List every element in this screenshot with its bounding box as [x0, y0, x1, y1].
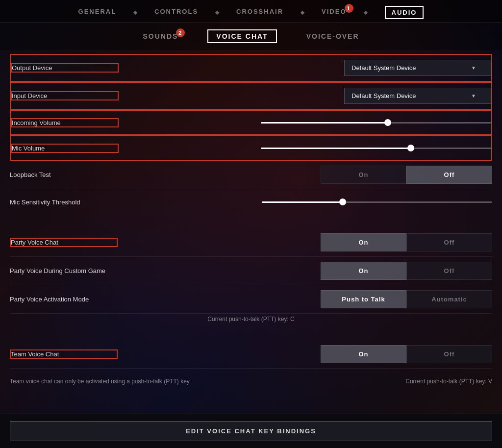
sounds-badge: 2 — [176, 28, 185, 37]
party-custom-on-btn[interactable]: On — [321, 262, 406, 280]
loopback-off-btn[interactable]: Off — [406, 166, 492, 184]
edit-bindings-button[interactable]: EDIT VOICE CHAT KEY BINDINGS — [10, 421, 492, 441]
party-voice-on-btn[interactable]: On — [321, 233, 406, 251]
loopback-test-label: Loopback Test — [10, 171, 118, 178]
subnav-voice-over[interactable]: VOICE-OVER — [306, 32, 359, 40]
nav-general[interactable]: GENERAL — [78, 8, 117, 17]
nav-dot-1 — [133, 10, 137, 14]
party-voice-chat-control: On Off — [118, 233, 492, 251]
party-custom-game-control: On Off — [118, 262, 492, 280]
subnav-sounds[interactable]: SOUNDS 2 — [143, 32, 178, 40]
mic-volume-thumb — [407, 145, 414, 151]
party-voice-chat-toggle: On Off — [321, 233, 492, 251]
team-ptt-note: Current push-to-talk (PTT) key: V — [405, 378, 492, 385]
party-automatic-btn[interactable]: Automatic — [406, 290, 492, 308]
team-voice-chat-label: Team Voice Chat — [10, 349, 118, 359]
party-voice-chat-label: Party Voice Chat — [10, 238, 118, 247]
party-push-to-talk-btn[interactable]: Push to Talk — [321, 290, 406, 308]
team-voice-on-btn[interactable]: On — [321, 345, 406, 363]
top-nav: GENERAL CONTROLS CROSSHAIR VIDEO 1 AUDIO — [0, 0, 502, 23]
mic-sensitivity-track — [262, 201, 492, 203]
mic-sensitivity-label: Mic Sensitivity Threshold — [10, 199, 118, 206]
main-content: Output Device Default System Device ▼ In… — [0, 50, 502, 414]
mic-volume-label: Mic Volume — [11, 144, 119, 153]
incoming-volume-thumb — [384, 119, 391, 126]
nav-video[interactable]: VIDEO 1 — [322, 8, 346, 17]
bottom-bar: EDIT VOICE CHAT KEY BINDINGS — [0, 414, 502, 448]
mic-volume-slider[interactable] — [261, 148, 491, 149]
team-section: Team Voice Chat On Off Team voice chat c… — [10, 340, 492, 394]
party-custom-game-label: Party Voice During Custom Game — [10, 267, 118, 274]
party-activation-control: Push to Talk Automatic — [118, 290, 492, 308]
output-device-arrow: ▼ — [471, 65, 476, 71]
output-device-dropdown[interactable]: Default System Device ▼ — [344, 60, 491, 76]
mic-sensitivity-control — [118, 201, 492, 203]
team-ptt-note-control: Current push-to-talk (PTT) key: V — [191, 378, 492, 385]
mic-volume-track — [261, 148, 491, 149]
input-device-dropdown[interactable]: Default System Device ▼ — [344, 88, 491, 104]
party-activation-row: Party Voice Activation Mode Push to Talk… — [10, 285, 492, 314]
team-voice-chat-toggle: On Off — [321, 345, 492, 363]
video-badge: 1 — [345, 4, 353, 13]
mic-sensitivity-slider[interactable] — [262, 201, 492, 203]
subnav-voice-chat[interactable]: VOICE CHAT — [207, 29, 276, 43]
party-activation-toggle: Push to Talk Automatic — [321, 290, 492, 308]
nav-audio[interactable]: AUDIO — [385, 6, 424, 19]
nav-dot-2 — [215, 10, 219, 14]
party-voice-chat-row: Party Voice Chat On Off — [10, 228, 492, 257]
input-device-label: Input Device — [11, 91, 119, 100]
team-voice-chat-row: Team Voice Chat On Off — [10, 340, 492, 369]
mic-sensitivity-row: Mic Sensitivity Threshold — [10, 189, 492, 215]
party-voice-off-btn[interactable]: Off — [406, 233, 492, 251]
mic-sensitivity-fill — [262, 201, 343, 203]
team-voice-off-btn[interactable]: Off — [406, 345, 492, 363]
input-device-row: Input Device Default System Device ▼ — [10, 82, 492, 110]
incoming-volume-track — [261, 122, 491, 124]
incoming-volume-row: Incoming Volume — [10, 110, 492, 135]
team-info-row: Team voice chat can only be activated us… — [10, 369, 492, 394]
loopback-test-control: On Off — [118, 166, 492, 184]
nav-dot-3 — [301, 10, 304, 14]
nav-crosshair[interactable]: CROSSHAIR — [236, 8, 283, 17]
mic-sensitivity-thumb — [339, 199, 346, 205]
device-section: Output Device Default System Device ▼ In… — [10, 54, 492, 215]
loopback-test-row: Loopback Test On Off — [10, 161, 492, 189]
input-device-arrow: ▼ — [471, 93, 476, 99]
party-custom-game-toggle: On Off — [321, 262, 492, 280]
incoming-volume-control — [119, 122, 491, 124]
party-custom-game-row: Party Voice During Custom Game On Off — [10, 257, 492, 285]
team-voice-chat-control: On Off — [118, 345, 492, 363]
team-voice-info-text: Team voice chat can only be activated us… — [10, 376, 191, 387]
input-device-control: Default System Device ▼ — [119, 88, 491, 104]
output-device-control: Default System Device ▼ — [119, 60, 491, 76]
incoming-volume-fill — [261, 122, 388, 124]
loopback-on-btn[interactable]: On — [321, 166, 406, 184]
output-device-row: Output Device Default System Device ▼ — [10, 54, 492, 82]
incoming-volume-label: Incoming Volume — [11, 118, 119, 127]
output-device-label: Output Device — [11, 63, 119, 73]
nav-controls[interactable]: CONTROLS — [154, 8, 198, 17]
sub-nav: SOUNDS 2 VOICE CHAT VOICE-OVER — [0, 23, 502, 50]
loopback-test-toggle: On Off — [321, 166, 492, 184]
mic-volume-control — [119, 148, 491, 149]
party-ptt-note: Current push-to-talk (PTT) key: C — [10, 314, 492, 326]
party-activation-label: Party Voice Activation Mode — [10, 296, 118, 303]
nav-dot-4 — [363, 10, 367, 14]
incoming-volume-slider[interactable] — [261, 122, 491, 124]
mic-volume-fill — [261, 148, 411, 149]
mic-volume-row: Mic Volume — [10, 135, 492, 161]
party-custom-off-btn[interactable]: Off — [406, 262, 492, 280]
party-section: Party Voice Chat On Off Party Voice Duri… — [10, 228, 492, 326]
